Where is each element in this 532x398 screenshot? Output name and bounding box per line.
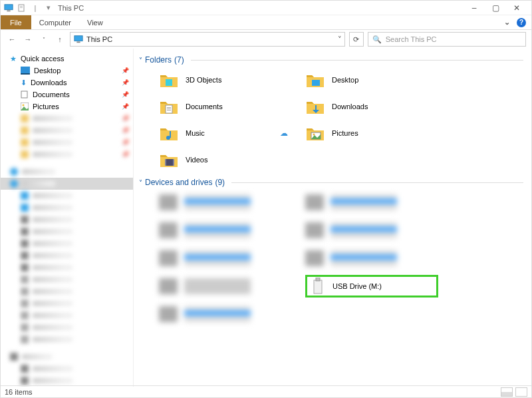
address-bar: ← → ˅ ↑ This PC ˅ ⟳ 🔍 Search This PC [1,30,531,49]
address-text: This PC [86,35,335,43]
sidebar-item-redacted[interactable] [1,214,133,226]
folder-item-music[interactable]: Music ☁ [159,122,292,144]
section-count: (9) [215,178,225,187]
folder-label: Desktop [332,76,358,84]
folder-item-pictures[interactable]: Pictures [305,122,438,144]
drive-item-usb[interactable]: USB Drive (M:) [305,275,438,298]
sidebar-item-redacted[interactable] [1,298,133,309]
sidebar-item-redacted[interactable]: 📌 [1,136,133,148]
search-placeholder: Search This PC [386,35,437,43]
folder-item-desktop[interactable]: Desktop [305,69,438,91]
status-bar: 16 items [1,385,531,397]
sidebar-item-pictures[interactable]: Pictures 📌 [1,100,133,112]
drive-item-redacted[interactable] [305,219,438,242]
sidebar-item-redacted[interactable] [1,363,133,375]
file-tab[interactable]: File [1,15,31,29]
window-title: This PC [58,4,84,12]
view-large-icons-button[interactable] [515,387,527,397]
chevron-down-icon: ˅ [139,57,142,64]
sidebar-item-redacted[interactable]: 📌 [1,112,133,124]
history-dropdown-icon[interactable]: ˅ [38,33,50,45]
help-icon[interactable]: ? [517,18,526,27]
drive-item-redacted[interactable] [159,247,292,270]
maximize-button[interactable]: ▢ [489,3,502,13]
pin-icon: 📌 [122,151,129,158]
pin-icon: 📌 [122,79,129,86]
pin-icon: 📌 [122,103,129,110]
folder-desktop-icon [305,71,325,89]
svg-rect-17 [167,110,171,110]
drive-item-redacted[interactable] [159,303,292,325]
computer-tab[interactable]: Computer [31,15,79,29]
drive-item-redacted[interactable] [159,191,292,214]
sidebar-item-documents[interactable]: Documents 📌 [1,89,133,100]
address-dropdown-icon[interactable]: ˅ [338,35,342,44]
drive-label: USB Drive (M:) [332,282,382,290]
section-label: Folders [145,55,172,65]
sidebar-item-label: Downloads [31,79,66,87]
drive-item-redacted[interactable] [305,247,438,270]
view-tab[interactable]: View [79,15,111,29]
sidebar-item-selected-redacted[interactable] [1,178,133,190]
sidebar-item-desktop[interactable]: Desktop 📌 [1,65,133,77]
forward-button[interactable]: → [22,33,34,45]
sidebar-item-quick-access[interactable]: ★ Quick access [1,53,133,65]
folder-item-videos[interactable]: Videos [159,148,292,171]
star-icon: ★ [10,55,17,63]
sidebar-item-redacted[interactable] [1,351,133,363]
folder-label: 3D Objects [186,76,221,84]
sidebar-item-redacted[interactable] [1,166,133,178]
sidebar-item-redacted[interactable] [1,333,133,345]
svg-rect-26 [316,278,320,281]
address-box[interactable]: This PC ˅ [70,32,345,47]
ribbon-collapse-icon[interactable]: ⌄ [504,18,510,27]
sidebar-item-redacted[interactable] [1,274,133,286]
sidebar-item-redacted[interactable]: 📌 [1,148,133,160]
sidebar-item-redacted[interactable] [1,286,133,298]
folder-item-documents[interactable]: Documents [159,95,292,118]
svg-rect-7 [21,67,30,73]
sidebar-item-redacted[interactable] [1,250,133,262]
close-button[interactable]: ✕ [510,3,523,13]
section-divider [191,60,523,61]
refresh-button[interactable]: ⟳ [349,32,364,47]
sidebar-item-redacted[interactable] [1,238,133,250]
sidebar-item-label: Desktop [34,67,61,75]
folder-label: Pictures [332,129,358,137]
drive-item-redacted[interactable] [159,219,292,242]
svg-rect-16 [167,108,171,109]
view-details-button[interactable] [501,387,513,397]
svg-rect-9 [21,91,27,98]
drive-item-redacted[interactable] [159,275,292,298]
pin-icon: 📌 [122,139,129,146]
search-input[interactable]: 🔍 Search This PC [368,32,526,47]
section-count: (7) [174,55,184,65]
svg-rect-12 [166,79,172,86]
minimize-button[interactable]: – [467,3,481,13]
folder-videos-icon [159,150,179,169]
sidebar-item-redacted[interactable] [1,202,133,214]
svg-rect-5 [74,36,82,41]
folder-item-3d-objects[interactable]: 3D Objects [159,69,292,91]
sidebar-item-redacted[interactable] [1,262,133,274]
folder-item-downloads[interactable]: Downloads [305,95,438,118]
sidebar-item-redacted[interactable]: 📌 [1,124,133,136]
sidebar-item-downloads[interactable]: ⬇ Downloads 📌 [1,77,133,89]
svg-rect-25 [314,280,322,294]
section-label: Devices and drives [145,178,212,187]
sidebar-item-redacted[interactable] [1,226,133,238]
pictures-icon [21,102,29,110]
pin-icon: 📌 [122,67,129,74]
folders-section-header[interactable]: ˅ Folders (7) [139,55,523,65]
drive-item-redacted[interactable] [305,191,438,214]
folder-pictures-icon [305,124,325,142]
svg-rect-23 [165,159,166,166]
doc-quick-icon[interactable] [17,3,27,13]
sidebar-item-redacted[interactable] [1,190,133,202]
drives-section-header[interactable]: ˅ Devices and drives (9) [139,178,523,187]
sidebar-item-redacted[interactable] [1,321,133,333]
back-button[interactable]: ← [6,33,18,45]
up-button[interactable]: ↑ [54,33,66,45]
sidebar-item-redacted[interactable] [1,309,133,321]
quick-access-caret-icon[interactable]: ▾ [43,3,54,13]
